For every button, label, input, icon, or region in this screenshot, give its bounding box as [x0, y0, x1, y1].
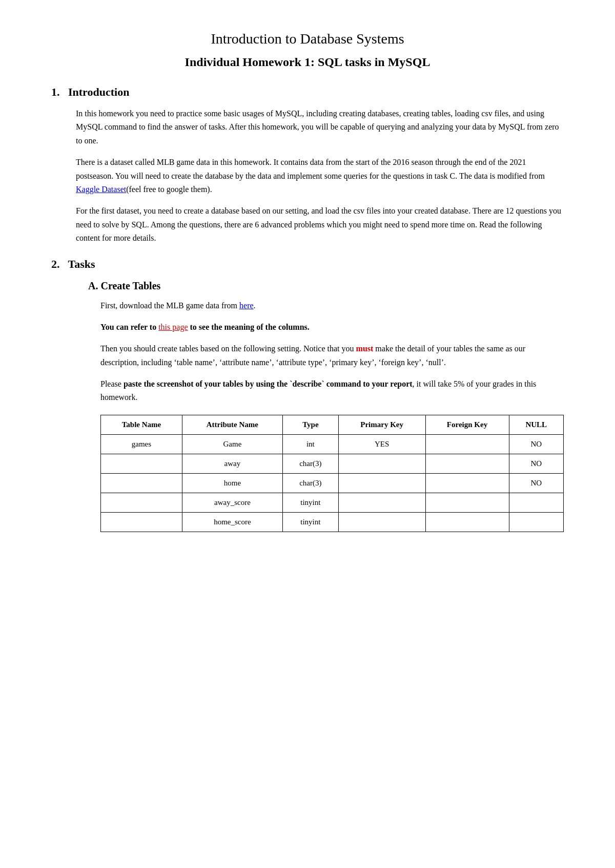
cell-null [509, 512, 563, 532]
cell-type: tinyint [282, 493, 338, 512]
cell-table-name [101, 454, 182, 473]
cell-type: char(3) [282, 454, 338, 473]
col-header-null: NULL [509, 415, 563, 434]
cell-table-name [101, 473, 182, 493]
paste-paragraph: Please paste the screenshot of your tabl… [100, 377, 564, 405]
cell-attr-name: Game [182, 434, 282, 454]
must-text: must [356, 344, 374, 353]
cell-table-name [101, 512, 182, 532]
cell-type: char(3) [282, 473, 338, 493]
schema-table: Table Name Attribute Name Type Primary K… [100, 415, 564, 532]
cell-pk [338, 493, 425, 512]
this-page-link[interactable]: this page [158, 323, 188, 331]
download-paragraph: First, download the MLB game data from h… [100, 299, 564, 312]
table-header-row: Table Name Attribute Name Type Primary K… [101, 415, 564, 434]
page-title: Introduction to Database Systems [51, 31, 564, 47]
section-introduction: 1. Introduction In this homework you nee… [51, 86, 564, 245]
col-header-table-name: Table Name [101, 415, 182, 434]
section-tasks: 2. Tasks A. Create Tables First, downloa… [51, 258, 564, 532]
cell-fk [425, 512, 509, 532]
section-2-number: 2. [51, 258, 60, 270]
cell-null: NO [509, 434, 563, 454]
cell-pk [338, 512, 425, 532]
cell-attr-name: away [182, 454, 282, 473]
table-row: homechar(3)NO [101, 473, 564, 493]
cell-table-name: games [101, 434, 182, 454]
kaggle-dataset-link[interactable]: Kaggle Dataset [76, 185, 126, 194]
section-2-heading: Tasks [68, 258, 95, 270]
intro-paragraph-1: In this homework you need to practice so… [76, 107, 564, 147]
page-subtitle: Individual Homework 1: SQL tasks in MySQ… [51, 55, 564, 69]
cell-type: int [282, 434, 338, 454]
cell-attr-name: away_score [182, 493, 282, 512]
cell-null: NO [509, 454, 563, 473]
cell-pk: YES [338, 434, 425, 454]
download-here-link[interactable]: here [239, 301, 254, 310]
col-header-foreign-key: Foreign Key [425, 415, 509, 434]
refer-paragraph: You can refer to this page to see the me… [100, 321, 564, 334]
cell-attr-name: home [182, 473, 282, 493]
cell-fk [425, 473, 509, 493]
intro-paragraph-3: For the first dataset, you need to creat… [76, 204, 564, 245]
cell-null [509, 493, 563, 512]
table-row: away_scoretinyint [101, 493, 564, 512]
section-1-number: 1. [51, 86, 60, 98]
paste-bold-text: paste the screenshot of your tables by u… [124, 379, 413, 388]
cell-fk [425, 454, 509, 473]
col-header-type: Type [282, 415, 338, 434]
table-row: awaychar(3)NO [101, 454, 564, 473]
section-1-heading: Introduction [68, 86, 129, 98]
table-row: gamesGameintYESNO [101, 434, 564, 454]
intro-paragraph-2: There is a dataset called MLB game data … [76, 156, 564, 196]
col-header-attribute-name: Attribute Name [182, 415, 282, 434]
col-header-primary-key: Primary Key [338, 415, 425, 434]
cell-null: NO [509, 473, 563, 493]
cell-attr-name: home_score [182, 512, 282, 532]
cell-fk [425, 493, 509, 512]
cell-type: tinyint [282, 512, 338, 532]
cell-table-name [101, 493, 182, 512]
must-paragraph: Then you should create tables based on t… [100, 342, 564, 369]
table-row: home_scoretinyint [101, 512, 564, 532]
subsection-a-heading: A. Create Tables [88, 280, 564, 292]
cell-pk [338, 454, 425, 473]
cell-pk [338, 473, 425, 493]
subsection-a: A. Create Tables First, download the MLB… [76, 280, 564, 532]
cell-fk [425, 434, 509, 454]
